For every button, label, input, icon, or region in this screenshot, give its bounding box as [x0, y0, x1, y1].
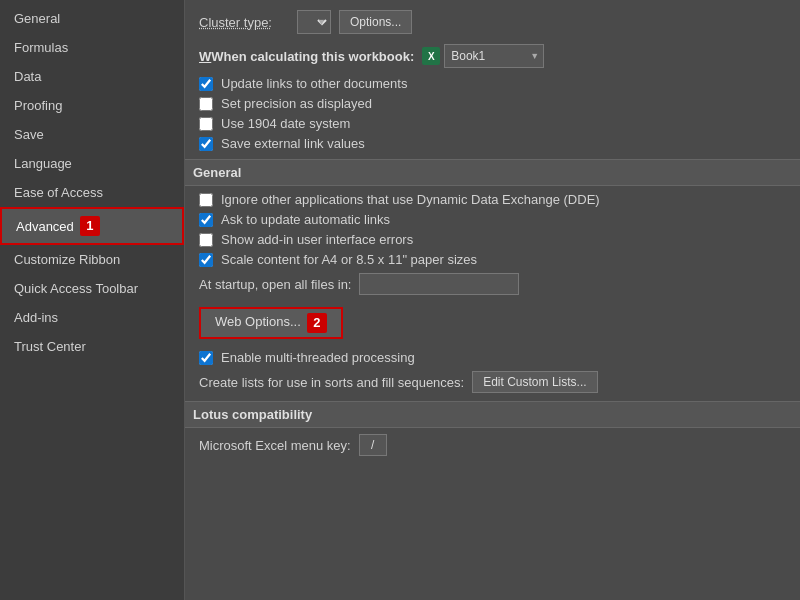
checkbox-row-update-links: Update links to other documents: [199, 76, 786, 91]
sidebar-item-ease-of-access[interactable]: Ease of Access: [0, 178, 184, 207]
cluster-type-label: Cluster type:: [199, 15, 289, 30]
checkbox-label-scale-a4: Scale content for A4 or 8.5 x 11" paper …: [221, 252, 477, 267]
checkbox-label-ignore-dde: Ignore other applications that use Dynam…: [221, 192, 600, 207]
checkbox-label-set-precision: Set precision as displayed: [221, 96, 372, 111]
web-options-badge: 2: [307, 313, 327, 333]
checkbox-set-precision[interactable]: [199, 97, 213, 111]
checkbox-update-links[interactable]: [199, 77, 213, 91]
calc-checkboxes-group: Update links to other documentsSet preci…: [199, 76, 786, 151]
sidebar-item-label-language: Language: [14, 156, 72, 171]
checkbox-save-external[interactable]: [199, 137, 213, 151]
sidebar-item-label-formulas: Formulas: [14, 40, 68, 55]
checkbox-ask-update[interactable]: [199, 213, 213, 227]
create-lists-label: Create lists for use in sorts and fill s…: [199, 375, 464, 390]
menukey-row: Microsoft Excel menu key:: [199, 434, 786, 456]
checkbox-row-scale-a4: Scale content for A4 or 8.5 x 11" paper …: [199, 252, 786, 267]
general-section-header: General: [185, 159, 800, 186]
sidebar-item-save[interactable]: Save: [0, 120, 184, 149]
web-options-button[interactable]: Web Options...2: [199, 307, 343, 339]
checkbox-label-save-external: Save external link values: [221, 136, 365, 151]
sidebar-item-trust-center[interactable]: Trust Center: [0, 332, 184, 361]
sidebar-item-data[interactable]: Data: [0, 62, 184, 91]
startup-input[interactable]: [359, 273, 519, 295]
multithreaded-label: Enable multi-threaded processing: [221, 350, 415, 365]
checkbox-label-ask-update: Ask to update automatic links: [221, 212, 390, 227]
sidebar-item-label-customize-ribbon: Customize Ribbon: [14, 252, 120, 267]
cluster-type-select[interactable]: [297, 10, 331, 34]
sidebar-item-label-quick-access-toolbar: Quick Access Toolbar: [14, 281, 138, 296]
workbook-select-wrap: X Book1: [422, 44, 544, 68]
sidebar-item-label-trust-center: Trust Center: [14, 339, 86, 354]
checkbox-row-save-external: Save external link values: [199, 136, 786, 151]
workbook-section-header: WWhen calculating this workbook: X Book1: [199, 44, 786, 68]
multithreaded-checkbox[interactable]: [199, 351, 213, 365]
checkbox-row-show-addin: Show add-in user interface errors: [199, 232, 786, 247]
checkbox-row-set-precision: Set precision as displayed: [199, 96, 786, 111]
checkbox-row-ignore-dde: Ignore other applications that use Dynam…: [199, 192, 786, 207]
sidebar-item-advanced[interactable]: Advanced1: [0, 207, 184, 245]
checkbox-label-use-1904: Use 1904 date system: [221, 116, 350, 131]
checkbox-row-use-1904: Use 1904 date system: [199, 116, 786, 131]
checkbox-ignore-dde[interactable]: [199, 193, 213, 207]
sidebar-item-label-advanced: Advanced: [16, 219, 74, 234]
sidebar-item-language[interactable]: Language: [0, 149, 184, 178]
when-calculating-label: WWhen calculating this workbook:: [199, 49, 414, 64]
sidebar-item-label-ease-of-access: Ease of Access: [14, 185, 103, 200]
cluster-type-select-wrap: [297, 10, 331, 34]
options-button[interactable]: Options...: [339, 10, 412, 34]
create-lists-row: Create lists for use in sorts and fill s…: [199, 371, 786, 393]
web-options-row: Web Options...2: [199, 301, 786, 345]
sidebar-item-label-add-ins: Add-ins: [14, 310, 58, 325]
sidebar-item-label-data: Data: [14, 69, 41, 84]
sidebar-item-label-proofing: Proofing: [14, 98, 62, 113]
checkbox-row-ask-update: Ask to update automatic links: [199, 212, 786, 227]
startup-row: At startup, open all files in:: [199, 273, 786, 295]
sidebar-item-add-ins[interactable]: Add-ins: [0, 303, 184, 332]
excel-icon: X: [422, 47, 440, 65]
lotus-section-header: Lotus compatibility: [185, 401, 800, 428]
main-content: Cluster type: Options... WWhen calculati…: [185, 0, 800, 600]
menukey-label: Microsoft Excel menu key:: [199, 438, 351, 453]
checkbox-use-1904[interactable]: [199, 117, 213, 131]
workbook-select[interactable]: Book1: [444, 44, 544, 68]
sidebar-item-quick-access-toolbar[interactable]: Quick Access Toolbar: [0, 274, 184, 303]
edit-custom-lists-button[interactable]: Edit Custom Lists...: [472, 371, 597, 393]
sidebar-item-formulas[interactable]: Formulas: [0, 33, 184, 62]
startup-label: At startup, open all files in:: [199, 277, 351, 292]
sidebar-item-label-general: General: [14, 11, 60, 26]
sidebar-item-customize-ribbon[interactable]: Customize Ribbon: [0, 245, 184, 274]
multithreaded-row: Enable multi-threaded processing: [199, 350, 786, 365]
sidebar-item-label-save: Save: [14, 127, 44, 142]
general-checkboxes-group: Ignore other applications that use Dynam…: [199, 192, 786, 267]
sidebar-item-proofing[interactable]: Proofing: [0, 91, 184, 120]
checkbox-show-addin[interactable]: [199, 233, 213, 247]
cluster-type-row: Cluster type: Options...: [199, 10, 786, 34]
checkbox-label-show-addin: Show add-in user interface errors: [221, 232, 413, 247]
sidebar: GeneralFormulasDataProofingSaveLanguageE…: [0, 0, 185, 600]
menukey-input[interactable]: [359, 434, 387, 456]
workbook-dropdown-wrap: Book1: [444, 44, 544, 68]
checkbox-scale-a4[interactable]: [199, 253, 213, 267]
sidebar-item-general[interactable]: General: [0, 4, 184, 33]
checkbox-label-update-links: Update links to other documents: [221, 76, 407, 91]
sidebar-badge-advanced: 1: [80, 216, 100, 236]
